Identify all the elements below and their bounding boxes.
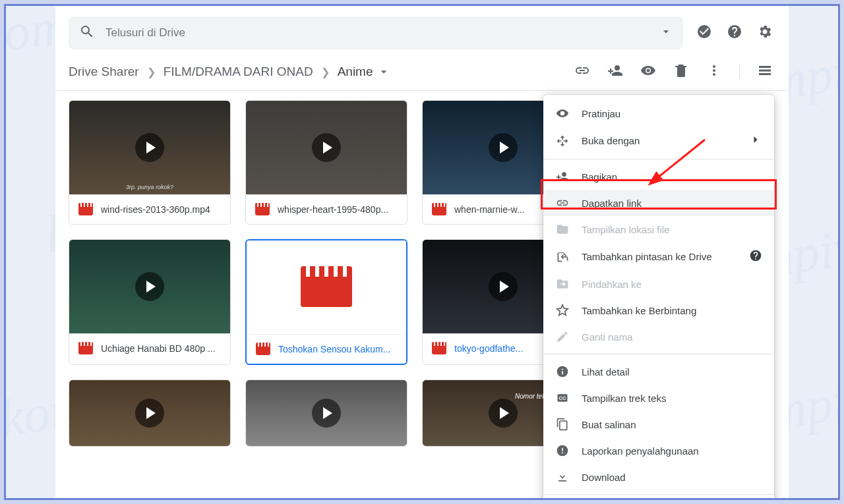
context-menu-item[interactable]: Tambahkan pintasan ke Drive [543, 242, 774, 271]
video-file-icon [255, 204, 270, 215]
chevron-right-icon: ❯ [321, 66, 330, 78]
context-menu-item[interactable]: Download [543, 464, 774, 490]
context-menu-label: Download [582, 472, 626, 483]
file-card[interactable] [245, 379, 407, 447]
context-menu-item: Hapus [543, 499, 774, 500]
context-menu-label: Tampilkan lokasi file [582, 224, 669, 235]
play-icon [135, 272, 164, 301]
breadcrumb-current[interactable]: Anime [338, 65, 390, 79]
file-name: when-marnie-w... [454, 204, 525, 215]
file-card[interactable] [69, 379, 231, 447]
file-thumbnail [246, 101, 407, 194]
right-gutter [789, 6, 838, 498]
file-thumbnail: 3rp. punya rokok? [69, 101, 230, 194]
context-menu-label: Bagikan [582, 171, 617, 182]
context-menu-label: Pratinjau [582, 108, 620, 119]
file-thumbnail [69, 240, 230, 333]
context-menu-item[interactable]: Buka dengan [543, 126, 774, 155]
file-thumbnail [69, 380, 230, 446]
play-icon [489, 399, 518, 428]
eye-icon [555, 107, 570, 120]
get-link-icon[interactable] [574, 63, 590, 81]
download-icon [555, 470, 570, 484]
file-thumbnail [247, 240, 406, 334]
star-icon [555, 304, 570, 317]
play-icon [312, 399, 341, 428]
play-icon [135, 133, 164, 162]
context-menu-label: Pindahkan ke [582, 279, 642, 290]
view-list-icon[interactable] [757, 63, 773, 81]
share-person-add-icon[interactable] [607, 63, 623, 81]
context-menu: PratinjauBuka denganBagikanDapatkan link… [543, 95, 774, 500]
search-options-caret[interactable] [659, 25, 673, 41]
video-file-large-icon [301, 267, 352, 307]
context-menu-label: Buka dengan [582, 135, 640, 146]
context-menu-item[interactable]: CCTampilkan trek teks [543, 385, 774, 411]
video-file-icon [78, 343, 93, 354]
context-menu-item[interactable]: Buat salinan [543, 411, 774, 437]
play-icon [489, 133, 518, 162]
move-icon [555, 277, 570, 291]
play-icon [489, 272, 518, 301]
chevron-right-icon: ❯ [147, 66, 156, 78]
context-menu-label: Tambahkan pintasan ke Drive [582, 251, 712, 262]
left-gutter [6, 6, 55, 498]
search-icon [79, 24, 95, 42]
search-bar[interactable] [69, 16, 683, 49]
context-menu-label: Buat salinan [582, 419, 636, 430]
breadcrumb-item[interactable]: Drive Sharer [69, 65, 139, 79]
chevron-right-icon [749, 133, 762, 148]
file-card[interactable]: whisper-heart-1995-480p... [245, 100, 407, 225]
context-menu-item: Ganti nama [543, 323, 774, 350]
file-name: tokyo-godfathe... [454, 343, 523, 354]
context-menu-item[interactable]: Laporkan penyalahgunaan [543, 437, 774, 464]
file-card-selected[interactable]: Toshokan Sensou Kakum... [245, 239, 407, 365]
svg-text:CC: CC [559, 395, 566, 401]
file-name: Uchiage Hanabi BD 480p ... [101, 343, 216, 354]
breadcrumb-item[interactable]: FILM/DRAMA DARI ONAD [164, 65, 313, 79]
context-menu-label: Ganti nama [582, 331, 633, 343]
cc-icon: CC [555, 391, 570, 405]
info-icon [555, 365, 570, 378]
person-add-icon [555, 170, 570, 183]
context-menu-item[interactable]: Pratinjau [543, 100, 774, 126]
rename-icon [555, 330, 570, 343]
file-card[interactable]: Uchiage Hanabi BD 480p ... [69, 239, 231, 365]
video-file-icon [78, 204, 93, 215]
toolbar-divider [739, 65, 740, 79]
more-overflow-icon[interactable] [706, 63, 722, 81]
file-name: whisper-heart-1995-480p... [278, 204, 388, 215]
context-menu-item[interactable]: Tambahkan ke Berbintang [543, 297, 774, 323]
play-icon [135, 399, 164, 428]
breadcrumb: Drive Sharer ❯ FILM/DRAMA DARI ONAD ❯ An… [69, 65, 390, 79]
offline-ready-icon[interactable] [696, 24, 712, 42]
context-menu-divider [543, 494, 774, 495]
file-name: wind-rises-2013-360p.mp4 [101, 204, 210, 215]
context-menu-item: Tampilkan lokasi file [543, 216, 774, 242]
delete-trash-icon[interactable] [673, 63, 689, 81]
context-menu-item: Pindahkan ke [543, 271, 774, 297]
context-menu-divider [543, 354, 774, 354]
context-menu-label: Tampilkan trek teks [582, 393, 666, 404]
play-icon [312, 133, 341, 162]
copy-icon [555, 418, 570, 431]
video-file-icon [432, 343, 446, 354]
context-menu-divider [543, 159, 774, 159]
context-menu-item[interactable]: Bagikan [543, 163, 774, 190]
context-menu-item[interactable]: Lihat detail [543, 358, 774, 385]
help-icon[interactable] [749, 249, 762, 264]
settings-gear-icon[interactable] [757, 24, 773, 42]
file-thumbnail [246, 380, 407, 446]
file-card[interactable]: 3rp. punya rokok? wind-rises-2013-360p.m… [69, 100, 231, 225]
context-menu-label: Laporkan penyalahgunaan [582, 445, 699, 457]
context-menu-label: Dapatkan link [582, 198, 642, 209]
context-menu-label: Tambahkan ke Berbintang [582, 305, 696, 316]
help-icon[interactable] [727, 24, 742, 42]
context-menu-item[interactable]: Dapatkan link [543, 190, 774, 216]
search-input[interactable] [106, 26, 659, 40]
file-name: Toshokan Sensou Kakum... [278, 344, 390, 354]
folder-icon [555, 223, 570, 236]
context-menu-label: Lihat detail [582, 366, 630, 378]
shortcut-icon [555, 250, 570, 264]
preview-eye-icon[interactable] [640, 63, 656, 81]
